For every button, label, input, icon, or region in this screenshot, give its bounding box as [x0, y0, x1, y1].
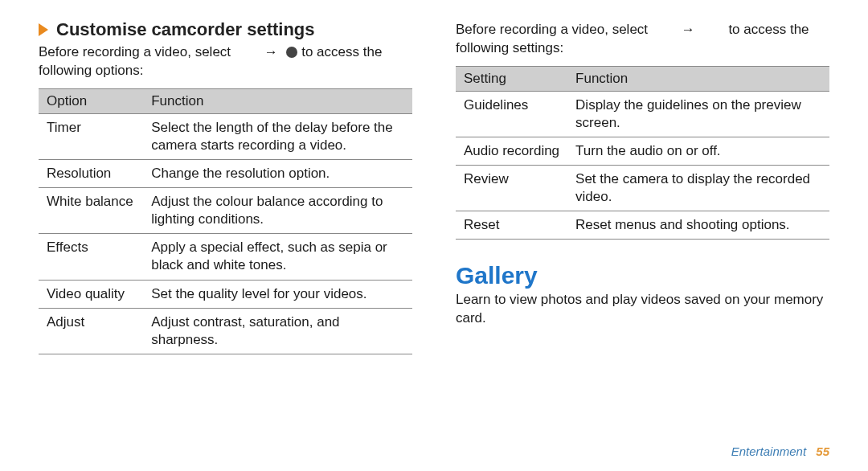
customise-heading: Customise camcorder settings [56, 19, 315, 40]
table-row: Effects Apply a special effect, such as … [39, 234, 412, 280]
table-row: Timer Select the length of the delay bef… [39, 113, 412, 159]
options-lead-text: Before recording a video, select → to ac… [39, 43, 412, 80]
setting-desc: Display the guidelines on the preview sc… [567, 91, 829, 137]
icon-placeholder [652, 21, 673, 39]
table-row: Reset Reset menus and shooting options. [456, 211, 829, 240]
page-number: 55 [816, 444, 829, 458]
options-table: Option Function Timer Select the length … [39, 88, 412, 354]
col-option: Option [39, 88, 143, 113]
table-row: Guidelines Display the guidelines on the… [456, 91, 829, 137]
lead-pre: Before recording a video, select [456, 22, 648, 37]
lead-pre: Before recording a video, select [39, 44, 231, 59]
col-function: Function [567, 66, 829, 91]
option-desc: Adjust contrast, saturation, and sharpne… [143, 308, 412, 354]
chevron-right-icon [39, 23, 48, 36]
setting-name: Reset [456, 211, 567, 240]
settings-table: Setting Function Guidelines Display the … [456, 66, 829, 240]
option-desc: Select the length of the delay before th… [143, 113, 412, 159]
setting-name: Guidelines [456, 91, 567, 137]
left-column: Customise camcorder settings Before reco… [39, 16, 412, 354]
icon-placeholder [235, 43, 256, 62]
option-name: Resolution [39, 160, 143, 188]
table-header-row: Setting Function [456, 66, 829, 91]
option-name: Video quality [39, 280, 143, 308]
icon-placeholder [703, 21, 724, 39]
option-desc: Change the resolution option. [143, 160, 412, 188]
col-function: Function [143, 88, 412, 113]
setting-desc: Turn the audio on or off. [567, 137, 829, 166]
right-column: Before recording a video, select → to ac… [456, 16, 829, 354]
arrow-icon: → [260, 43, 283, 62]
setting-name: Review [456, 166, 567, 211]
page-footer: Entertainment 55 [731, 444, 829, 458]
option-name: Adjust [39, 308, 143, 354]
settings-circle-icon [286, 47, 297, 58]
option-name: Timer [39, 113, 143, 159]
setting-desc: Set the camera to display the recorded v… [567, 166, 829, 211]
table-row: Adjust Adjust contrast, saturation, and … [39, 308, 412, 354]
settings-lead-text: Before recording a video, select → to ac… [456, 21, 829, 58]
col-setting: Setting [456, 66, 567, 91]
setting-desc: Reset menus and shooting options. [567, 211, 829, 240]
option-desc: Set the quality level for your videos. [143, 280, 412, 308]
table-row: Review Set the camera to display the rec… [456, 166, 829, 211]
option-name: Effects [39, 234, 143, 280]
arrow-icon: → [677, 21, 700, 39]
page-content: Customise camcorder settings Before reco… [0, 0, 868, 354]
section-heading: Customise camcorder settings [39, 19, 412, 40]
option-desc: Adjust the colour balance according to l… [143, 188, 412, 234]
setting-name: Audio recording [456, 137, 567, 166]
table-row: Resolution Change the resolution option. [39, 160, 412, 188]
option-name: White balance [39, 188, 143, 234]
table-row: Video quality Set the quality level for … [39, 280, 412, 308]
option-desc: Apply a special effect, such as sepia or… [143, 234, 412, 280]
gallery-lead: Learn to view photos and play videos sav… [456, 291, 829, 328]
table-row: Audio recording Turn the audio on or off… [456, 137, 829, 166]
table-header-row: Option Function [39, 88, 412, 113]
table-row: White balance Adjust the colour balance … [39, 188, 412, 234]
gallery-heading: Gallery [456, 262, 829, 289]
footer-section: Entertainment [731, 444, 806, 458]
